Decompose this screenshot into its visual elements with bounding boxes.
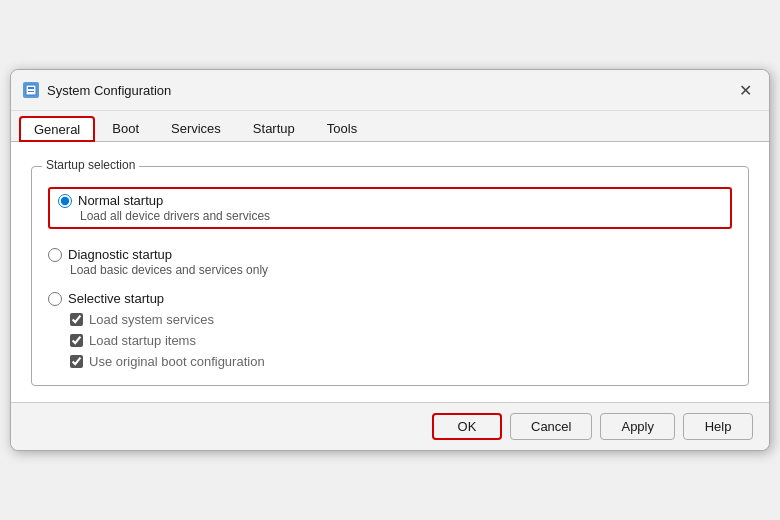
use-original-boot-checkbox[interactable] [70,355,83,368]
help-button[interactable]: Help [683,413,753,440]
normal-startup-label[interactable]: Normal startup [78,193,163,208]
tab-startup[interactable]: Startup [238,115,310,141]
load-system-services-row: Load system services [70,312,732,327]
tab-tools[interactable]: Tools [312,115,372,141]
svg-rect-1 [28,87,34,89]
diagnostic-startup-radio[interactable] [48,248,62,262]
svg-rect-2 [28,91,34,92]
load-system-services-checkbox[interactable] [70,313,83,326]
load-startup-items-checkbox[interactable] [70,334,83,347]
normal-startup-row: Normal startup [58,193,722,208]
selective-options: Load system services Load startup items … [70,312,732,369]
title-bar-left: System Configuration [23,82,171,98]
diagnostic-startup-desc: Load basic devices and services only [70,263,732,277]
tab-boot[interactable]: Boot [97,115,154,141]
selective-startup-label[interactable]: Selective startup [68,291,164,306]
title-bar: System Configuration ✕ [11,70,769,111]
startup-selection-group: Startup selection Normal startup Load al… [31,166,749,386]
footer: OK Cancel Apply Help [11,402,769,450]
use-original-boot-label[interactable]: Use original boot configuration [89,354,265,369]
selective-startup-radio[interactable] [48,292,62,306]
load-startup-items-row: Load startup items [70,333,732,348]
app-icon [23,82,39,98]
ok-button[interactable]: OK [432,413,502,440]
normal-startup-radio[interactable] [58,194,72,208]
diagnostic-startup-row: Diagnostic startup [48,247,732,262]
load-system-services-label[interactable]: Load system services [89,312,214,327]
apply-button[interactable]: Apply [600,413,675,440]
tab-general[interactable]: General [19,116,95,142]
close-button[interactable]: ✕ [733,78,757,102]
selective-startup-row: Selective startup [48,291,732,306]
use-original-boot-row: Use original boot configuration [70,354,732,369]
normal-startup-item: Normal startup Load all device drivers a… [48,187,732,233]
normal-startup-desc: Load all device drivers and services [80,209,722,223]
diagnostic-startup-item: Diagnostic startup Load basic devices an… [48,247,732,277]
content-area: Startup selection Normal startup Load al… [11,142,769,402]
cancel-button[interactable]: Cancel [510,413,592,440]
radio-group: Normal startup Load all device drivers a… [48,187,732,369]
tab-services[interactable]: Services [156,115,236,141]
load-startup-items-label[interactable]: Load startup items [89,333,196,348]
selective-startup-item: Selective startup Load system services L… [48,291,732,369]
svg-rect-0 [26,85,36,95]
window-title: System Configuration [47,83,171,98]
system-configuration-window: System Configuration ✕ General Boot Serv… [10,69,770,451]
diagnostic-startup-label[interactable]: Diagnostic startup [68,247,172,262]
normal-startup-highlight-box: Normal startup Load all device drivers a… [48,187,732,229]
tab-bar: General Boot Services Startup Tools [11,111,769,142]
group-legend: Startup selection [42,158,139,172]
